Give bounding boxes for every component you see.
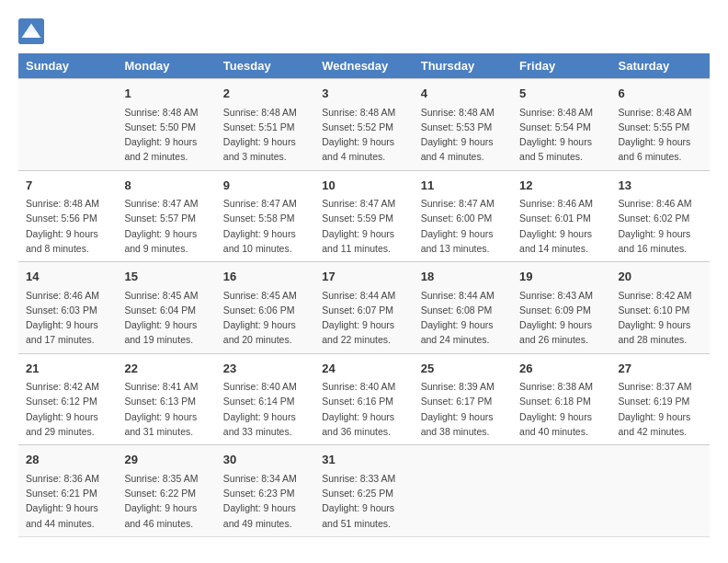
logo xyxy=(18,18,48,44)
day-number: 12 xyxy=(519,177,603,195)
cell-info: Sunrise: 8:41 AMSunset: 6:13 PMDaylight:… xyxy=(124,379,208,439)
cell-info: Sunrise: 8:40 AMSunset: 6:16 PMDaylight:… xyxy=(322,379,405,439)
weekday-header-thursday: Thursday xyxy=(414,53,512,79)
day-number: 30 xyxy=(223,451,307,469)
calendar-cell xyxy=(611,445,710,537)
calendar-cell: 27Sunrise: 8:37 AMSunset: 6:19 PMDayligh… xyxy=(611,353,710,445)
calendar-cell xyxy=(18,79,117,171)
weekday-header-tuesday: Tuesday xyxy=(216,53,314,79)
calendar-cell: 3Sunrise: 8:48 AMSunset: 5:52 PMDaylight… xyxy=(314,79,413,171)
weekday-header-sunday: Sunday xyxy=(18,53,117,79)
day-number: 15 xyxy=(124,268,208,286)
day-number: 18 xyxy=(421,268,505,286)
calendar-cell: 22Sunrise: 8:41 AMSunset: 6:13 PMDayligh… xyxy=(117,353,215,445)
calendar-cell xyxy=(414,445,512,537)
cell-info: Sunrise: 8:47 AMSunset: 5:58 PMDaylight:… xyxy=(223,196,307,256)
calendar-cell: 15Sunrise: 8:45 AMSunset: 6:04 PMDayligh… xyxy=(117,262,215,354)
weekday-header-friday: Friday xyxy=(512,53,610,79)
day-number: 7 xyxy=(26,177,109,195)
cell-info: Sunrise: 8:45 AMSunset: 6:06 PMDaylight:… xyxy=(223,288,307,348)
calendar-cell: 5Sunrise: 8:48 AMSunset: 5:54 PMDaylight… xyxy=(512,79,610,171)
day-number: 5 xyxy=(519,85,603,103)
cell-info: Sunrise: 8:34 AMSunset: 6:23 PMDaylight:… xyxy=(223,471,307,531)
day-number: 25 xyxy=(421,360,505,378)
calendar-cell: 2Sunrise: 8:48 AMSunset: 5:51 PMDaylight… xyxy=(216,79,314,171)
logo-icon xyxy=(18,18,44,44)
weekday-header-monday: Monday xyxy=(117,53,215,79)
weekday-header-saturday: Saturday xyxy=(611,53,710,79)
cell-info: Sunrise: 8:48 AMSunset: 5:54 PMDaylight:… xyxy=(519,105,603,165)
cell-info: Sunrise: 8:48 AMSunset: 5:52 PMDaylight:… xyxy=(322,105,405,165)
day-number: 14 xyxy=(26,268,109,286)
calendar-cell: 14Sunrise: 8:46 AMSunset: 6:03 PMDayligh… xyxy=(18,262,117,354)
cell-info: Sunrise: 8:44 AMSunset: 6:08 PMDaylight:… xyxy=(421,288,505,348)
day-number: 2 xyxy=(223,85,307,103)
cell-info: Sunrise: 8:48 AMSunset: 5:55 PMDaylight:… xyxy=(619,105,702,165)
week-row-3: 14Sunrise: 8:46 AMSunset: 6:03 PMDayligh… xyxy=(18,262,710,354)
day-number: 29 xyxy=(124,451,208,469)
cell-info: Sunrise: 8:47 AMSunset: 5:59 PMDaylight:… xyxy=(322,196,405,256)
cell-info: Sunrise: 8:48 AMSunset: 5:51 PMDaylight:… xyxy=(223,105,307,165)
cell-info: Sunrise: 8:40 AMSunset: 6:14 PMDaylight:… xyxy=(223,379,307,439)
cell-info: Sunrise: 8:39 AMSunset: 6:17 PMDaylight:… xyxy=(421,379,505,439)
calendar-cell: 20Sunrise: 8:42 AMSunset: 6:10 PMDayligh… xyxy=(611,262,710,354)
calendar-cell: 7Sunrise: 8:48 AMSunset: 5:56 PMDaylight… xyxy=(18,170,117,262)
cell-info: Sunrise: 8:46 AMSunset: 6:03 PMDaylight:… xyxy=(26,288,109,348)
calendar-cell: 6Sunrise: 8:48 AMSunset: 5:55 PMDaylight… xyxy=(611,79,710,171)
calendar-cell: 8Sunrise: 8:47 AMSunset: 5:57 PMDaylight… xyxy=(117,170,215,262)
day-number: 1 xyxy=(124,85,208,103)
calendar-table: SundayMondayTuesdayWednesdayThursdayFrid… xyxy=(18,53,710,537)
day-number: 11 xyxy=(421,177,505,195)
svg-rect-2 xyxy=(25,32,38,38)
calendar-cell: 23Sunrise: 8:40 AMSunset: 6:14 PMDayligh… xyxy=(216,353,314,445)
day-number: 13 xyxy=(619,177,702,195)
day-number: 26 xyxy=(519,360,603,378)
cell-info: Sunrise: 8:46 AMSunset: 6:01 PMDaylight:… xyxy=(519,196,603,256)
week-row-2: 7Sunrise: 8:48 AMSunset: 5:56 PMDaylight… xyxy=(18,170,710,262)
cell-info: Sunrise: 8:48 AMSunset: 5:56 PMDaylight:… xyxy=(26,196,109,256)
day-number: 23 xyxy=(223,360,307,378)
cell-info: Sunrise: 8:48 AMSunset: 5:53 PMDaylight:… xyxy=(421,105,505,165)
calendar-cell: 19Sunrise: 8:43 AMSunset: 6:09 PMDayligh… xyxy=(512,262,610,354)
day-number: 21 xyxy=(26,360,109,378)
calendar-cell: 9Sunrise: 8:47 AMSunset: 5:58 PMDaylight… xyxy=(216,170,314,262)
calendar-cell: 30Sunrise: 8:34 AMSunset: 6:23 PMDayligh… xyxy=(216,445,314,537)
cell-info: Sunrise: 8:44 AMSunset: 6:07 PMDaylight:… xyxy=(322,288,405,348)
day-number: 20 xyxy=(619,268,702,286)
calendar-cell: 18Sunrise: 8:44 AMSunset: 6:08 PMDayligh… xyxy=(414,262,512,354)
calendar-cell: 31Sunrise: 8:33 AMSunset: 6:25 PMDayligh… xyxy=(314,445,413,537)
cell-info: Sunrise: 8:37 AMSunset: 6:19 PMDaylight:… xyxy=(619,379,702,439)
calendar-cell: 26Sunrise: 8:38 AMSunset: 6:18 PMDayligh… xyxy=(512,353,610,445)
day-number: 17 xyxy=(322,268,405,286)
calendar-cell: 28Sunrise: 8:36 AMSunset: 6:21 PMDayligh… xyxy=(18,445,117,537)
calendar-cell: 21Sunrise: 8:42 AMSunset: 6:12 PMDayligh… xyxy=(18,353,117,445)
day-number: 6 xyxy=(619,85,702,103)
calendar-cell: 13Sunrise: 8:46 AMSunset: 6:02 PMDayligh… xyxy=(611,170,710,262)
cell-info: Sunrise: 8:47 AMSunset: 6:00 PMDaylight:… xyxy=(421,196,505,256)
calendar-cell: 11Sunrise: 8:47 AMSunset: 6:00 PMDayligh… xyxy=(414,170,512,262)
cell-info: Sunrise: 8:48 AMSunset: 5:50 PMDaylight:… xyxy=(124,105,208,165)
day-number: 19 xyxy=(519,268,603,286)
week-row-4: 21Sunrise: 8:42 AMSunset: 6:12 PMDayligh… xyxy=(18,353,710,445)
cell-info: Sunrise: 8:35 AMSunset: 6:22 PMDaylight:… xyxy=(124,471,208,531)
week-row-5: 28Sunrise: 8:36 AMSunset: 6:21 PMDayligh… xyxy=(18,445,710,537)
calendar-cell: 12Sunrise: 8:46 AMSunset: 6:01 PMDayligh… xyxy=(512,170,610,262)
cell-info: Sunrise: 8:46 AMSunset: 6:02 PMDaylight:… xyxy=(619,196,702,256)
calendar-cell xyxy=(512,445,610,537)
calendar-cell: 25Sunrise: 8:39 AMSunset: 6:17 PMDayligh… xyxy=(414,353,512,445)
day-number: 10 xyxy=(322,177,405,195)
page-header xyxy=(18,18,710,44)
calendar-cell: 24Sunrise: 8:40 AMSunset: 6:16 PMDayligh… xyxy=(314,353,413,445)
cell-info: Sunrise: 8:47 AMSunset: 5:57 PMDaylight:… xyxy=(124,196,208,256)
cell-info: Sunrise: 8:42 AMSunset: 6:10 PMDaylight:… xyxy=(619,288,702,348)
day-number: 9 xyxy=(223,177,307,195)
cell-info: Sunrise: 8:36 AMSunset: 6:21 PMDaylight:… xyxy=(26,471,109,531)
calendar-cell: 10Sunrise: 8:47 AMSunset: 5:59 PMDayligh… xyxy=(314,170,413,262)
weekday-header-row: SundayMondayTuesdayWednesdayThursdayFrid… xyxy=(18,53,710,79)
day-number: 24 xyxy=(322,360,405,378)
day-number: 31 xyxy=(322,451,405,469)
day-number: 22 xyxy=(124,360,208,378)
calendar-cell: 1Sunrise: 8:48 AMSunset: 5:50 PMDaylight… xyxy=(117,79,215,171)
weekday-header-wednesday: Wednesday xyxy=(314,53,413,79)
day-number: 16 xyxy=(223,268,307,286)
